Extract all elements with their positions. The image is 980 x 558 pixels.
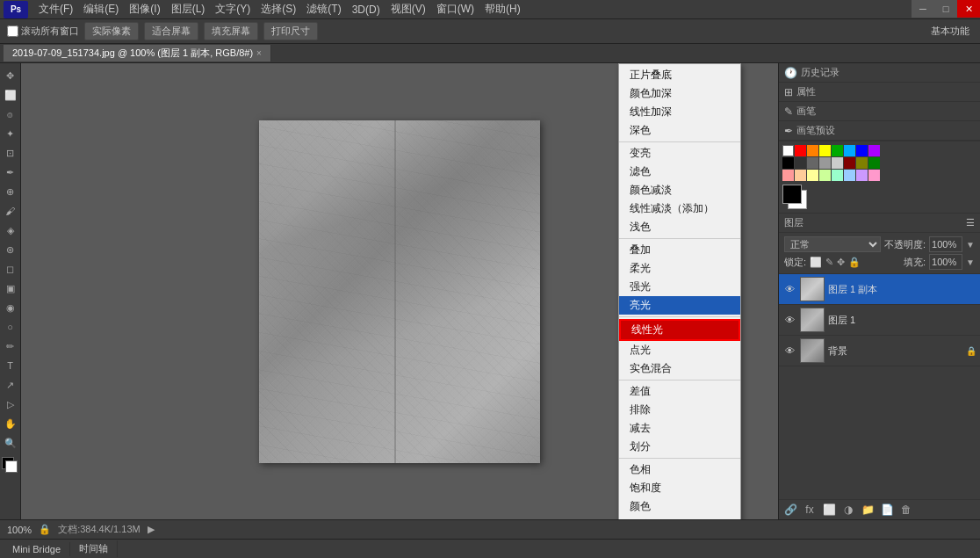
delete-layer-icon[interactable]: 🗑 xyxy=(898,502,914,518)
minimize-button[interactable]: ─ xyxy=(912,0,934,18)
layers-menu-icon[interactable]: ☰ xyxy=(966,217,975,228)
lasso-tool[interactable]: ⌾ xyxy=(2,105,19,123)
blend-item-color[interactable]: 颜色 xyxy=(619,497,740,516)
swatch-cyan[interactable] xyxy=(844,145,855,156)
clone-tool[interactable]: ◈ xyxy=(2,221,19,239)
swatch-silver[interactable] xyxy=(832,157,843,169)
wand-tool[interactable]: ✦ xyxy=(2,125,19,142)
layer-fx-icon[interactable]: fx xyxy=(802,502,818,518)
lock-position-icon[interactable]: ✥ xyxy=(837,257,845,268)
blend-item-exclusion[interactable]: 排除 xyxy=(619,401,740,419)
swatch-lightgray[interactable] xyxy=(819,157,831,169)
blend-item-linear-dodge[interactable]: 线性减淡（添加） xyxy=(619,199,740,218)
add-mask-icon[interactable]: ⬜ xyxy=(821,502,837,518)
hand-tool[interactable]: ✋ xyxy=(2,415,19,432)
brush-presets-panel-tab[interactable]: ✒ 画笔预设 xyxy=(779,121,980,141)
blend-item-lighter[interactable]: 浅色 xyxy=(619,218,740,236)
crop-tool[interactable]: ⊡ xyxy=(2,144,19,162)
swatch-blue[interactable] xyxy=(856,145,868,156)
blend-item-linear-burn[interactable]: 线性加深 xyxy=(619,103,740,121)
maximize-button[interactable]: □ xyxy=(934,0,957,18)
move-tool[interactable]: ✥ xyxy=(2,67,19,84)
close-button[interactable]: ✕ xyxy=(957,0,980,18)
swatch-darkgray[interactable] xyxy=(795,157,806,169)
swatch-darkgreen[interactable] xyxy=(868,157,880,169)
layer-visibility-copy[interactable]: 👁 xyxy=(782,282,796,296)
blend-item-hard-mix[interactable]: 实色混合 xyxy=(619,359,740,378)
blend-item-subtract[interactable]: 减去 xyxy=(619,419,740,438)
blend-item-vivid-light[interactable]: 亮光 xyxy=(619,296,740,315)
history-brush-tool[interactable]: ⊛ xyxy=(2,241,19,258)
fg-bg-colors[interactable] xyxy=(782,185,812,209)
eyedropper-tool[interactable]: ✒ xyxy=(2,163,19,181)
menu-file[interactable]: 文件(F) xyxy=(33,0,78,18)
blend-item-overlay[interactable]: 叠加 xyxy=(619,241,740,259)
properties-panel-tab[interactable]: ⊞ 属性 xyxy=(779,83,980,102)
zoom-tool[interactable]: 🔍 xyxy=(2,434,19,452)
blend-item-linear-light[interactable]: 线性光 xyxy=(619,319,740,341)
shape-tool[interactable]: ▷ xyxy=(2,395,19,413)
blend-item-color-dodge[interactable]: 颜色减淡 xyxy=(619,181,740,199)
menu-3d[interactable]: 3D(D) xyxy=(347,2,386,18)
layer-item-bg[interactable]: 👁 背景 🔒 xyxy=(779,336,980,366)
blend-mode-dropdown[interactable]: 正片叠底 颜色加深 线性加深 深色 变亮 滤色 颜色减淡 线性减淡（添加） 浅色 xyxy=(618,63,741,519)
link-layers-icon[interactable]: 🔗 xyxy=(782,502,798,518)
blend-item-lighten[interactable]: 变亮 xyxy=(619,144,740,163)
lock-all-icon[interactable]: 🔒 xyxy=(848,257,861,268)
tab-close-button[interactable]: × xyxy=(256,48,262,58)
actual-pixels-button[interactable]: 实际像素 xyxy=(84,22,139,40)
menu-edit[interactable]: 编辑(E) xyxy=(78,0,124,18)
pen-tool[interactable]: ✏ xyxy=(2,337,19,355)
gradient-tool[interactable]: ▣ xyxy=(2,279,19,297)
menu-window[interactable]: 窗口(W) xyxy=(431,0,479,18)
layer-item-orig[interactable]: 👁 图层 1 xyxy=(779,305,980,336)
timeline-tab[interactable]: 时间轴 xyxy=(70,540,118,557)
menu-image[interactable]: 图像(I) xyxy=(124,0,165,18)
swatch-maroon[interactable] xyxy=(844,157,855,169)
adjustment-icon[interactable]: ◑ xyxy=(840,502,856,518)
blend-item-darker[interactable]: 深色 xyxy=(619,121,740,140)
swatch-lightred[interactable] xyxy=(782,170,794,181)
swatch-black[interactable] xyxy=(782,157,794,169)
foreground-color[interactable] xyxy=(2,457,19,473)
menu-layer[interactable]: 图层(L) xyxy=(166,0,211,18)
blend-item-hard-light[interactable]: 强光 xyxy=(619,278,740,296)
blend-item-difference[interactable]: 差值 xyxy=(619,382,740,401)
text-tool[interactable]: T xyxy=(2,357,19,374)
blend-item-saturation[interactable]: 饱和度 xyxy=(619,479,740,497)
blend-item-color-burn[interactable]: 颜色加深 xyxy=(619,84,740,103)
dodge-tool[interactable]: ○ xyxy=(2,318,19,336)
path-tool[interactable]: ↗ xyxy=(2,376,19,394)
new-group-icon[interactable]: 📁 xyxy=(860,502,876,518)
fill-input[interactable] xyxy=(929,254,962,270)
blend-mode-select[interactable]: 正常 xyxy=(784,236,881,252)
opacity-dropdown-icon[interactable]: ▼ xyxy=(966,240,975,250)
swatch-lightgreen[interactable] xyxy=(819,170,831,181)
blur-tool[interactable]: ◉ xyxy=(2,299,19,316)
healing-tool[interactable]: ⊕ xyxy=(2,183,19,200)
mini-bridge-tab[interactable]: Mini Bridge xyxy=(4,542,70,556)
blend-item-soft-light[interactable]: 柔光 xyxy=(619,259,740,278)
swatch-green[interactable] xyxy=(832,145,843,156)
swatch-peach[interactable] xyxy=(795,170,806,181)
swatch-lavender[interactable] xyxy=(856,170,868,181)
layer-visibility-orig[interactable]: 👁 xyxy=(782,313,796,327)
eraser-tool[interactable]: ◻ xyxy=(2,260,19,278)
opacity-input[interactable] xyxy=(929,236,962,252)
document-tab[interactable]: 2019-07-09_151734.jpg @ 100% (图层 1 副本, R… xyxy=(4,45,271,62)
swatch-purple[interactable] xyxy=(868,145,880,156)
menu-view[interactable]: 视图(V) xyxy=(386,0,431,18)
blend-item-hue[interactable]: 色相 xyxy=(619,460,740,479)
menu-text[interactable]: 文字(Y) xyxy=(210,0,256,18)
history-panel-tab[interactable]: 🕐 历史记录 xyxy=(779,63,980,83)
new-layer-icon[interactable]: 📄 xyxy=(879,502,895,518)
swatch-white[interactable] xyxy=(782,145,794,156)
lock-image-icon[interactable]: ✎ xyxy=(825,257,833,268)
brush-panel-tab[interactable]: ✎ 画笔 xyxy=(779,102,980,121)
swatch-lightyellow[interactable] xyxy=(807,170,818,181)
brush-tool[interactable]: 🖌 xyxy=(2,202,19,220)
fill-dropdown-icon[interactable]: ▼ xyxy=(966,257,975,267)
layer-item-copy[interactable]: 👁 图层 1 副本 xyxy=(779,274,980,305)
marquee-tool[interactable]: ⬜ xyxy=(2,86,19,104)
swatch-orange[interactable] xyxy=(807,145,818,156)
